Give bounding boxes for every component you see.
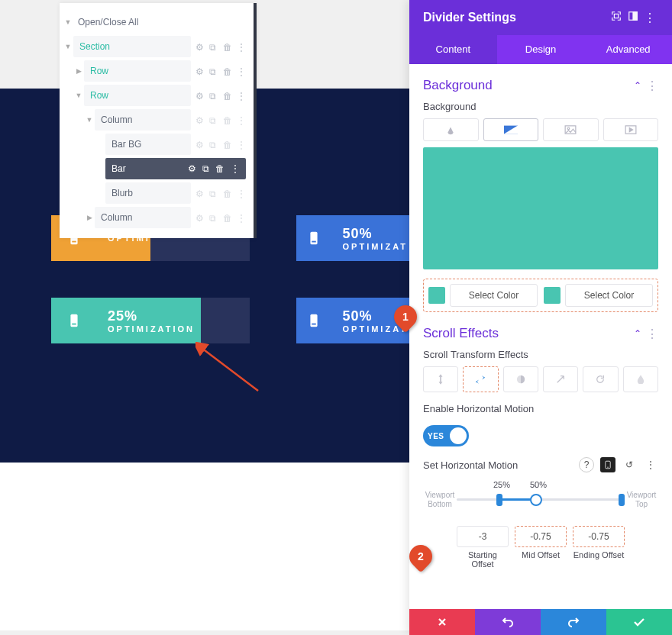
offset-mid-input[interactable] [515, 526, 567, 547]
tab-design[interactable]: Design [497, 35, 585, 64]
gear-icon[interactable]: ⚙ [195, 189, 205, 198]
duplicate-icon[interactable]: ⧉ [209, 213, 218, 222]
more-icon[interactable]: ⋮ [643, 457, 658, 472]
more-icon[interactable]: ⋮ [231, 163, 240, 174]
chevron-up-icon[interactable]: ⌃ [629, 328, 646, 339]
disclosure-down-icon[interactable]: ▼ [63, 43, 73, 50]
cancel-button[interactable] [409, 609, 475, 635]
more-icon[interactable]: ⋮ [641, 11, 658, 25]
more-icon[interactable]: ⋮ [237, 115, 246, 124]
color-swatch[interactable] [428, 287, 445, 304]
background-label: Background [423, 101, 658, 112]
effect-fade-icon[interactable] [503, 366, 538, 392]
disclosure-right-icon[interactable]: ▶ [73, 67, 84, 75]
gear-icon[interactable]: ⚙ [195, 140, 205, 149]
section-background-header[interactable]: Background ⌃ ⋮ [423, 78, 658, 93]
select-color-button[interactable]: Select Color [565, 284, 653, 307]
layers-toggle-all[interactable]: ▼ Open/Close All [63, 11, 246, 34]
trash-icon[interactable]: 🗑 [223, 42, 232, 51]
more-icon[interactable]: ⋮ [237, 140, 246, 149]
offset-start-input[interactable] [457, 526, 509, 547]
reset-icon[interactable]: ↺ [622, 457, 637, 472]
preview-bar-card-2: 25% OPTIMIZATION [51, 298, 250, 343]
layer-item-bar-selected[interactable]: ▶ Bar ⚙ ⧉ 🗑 ⋮ [63, 157, 246, 180]
trash-icon[interactable]: 🗑 [223, 140, 232, 149]
effect-scale-icon[interactable] [543, 366, 578, 392]
color-swatch[interactable] [544, 287, 561, 304]
svg-rect-9 [614, 14, 618, 18]
settings-panel: Divider Settings ⋮ Content Design Advanc… [409, 0, 672, 635]
more-icon[interactable]: ⋮ [237, 91, 246, 100]
bg-tab-image-icon[interactable] [543, 118, 599, 141]
duplicate-icon[interactable]: ⧉ [209, 42, 218, 51]
select-color-button[interactable]: Select Color [450, 284, 538, 307]
more-icon[interactable]: ⋮ [237, 42, 246, 51]
more-icon[interactable]: ⋮ [646, 327, 658, 341]
gear-icon[interactable]: ⚙ [195, 115, 205, 124]
phone-icon[interactable] [600, 457, 615, 472]
svg-rect-6 [311, 314, 318, 327]
trash-icon[interactable]: 🗑 [223, 66, 232, 76]
optimization-icon [296, 298, 332, 343]
duplicate-icon[interactable]: ⧉ [209, 66, 218, 76]
duplicate-icon[interactable]: ⧉ [209, 115, 218, 124]
duplicate-icon[interactable]: ⧉ [209, 189, 218, 198]
undo-button[interactable] [475, 609, 541, 635]
slider-handle-mid[interactable] [530, 494, 542, 506]
gear-icon[interactable]: ⚙ [195, 42, 205, 51]
trash-icon[interactable]: 🗑 [223, 213, 232, 222]
gear-icon[interactable]: ⚙ [195, 66, 205, 76]
bg-tab-color-icon[interactable] [423, 118, 479, 141]
duplicate-icon[interactable]: ⧉ [209, 140, 218, 149]
disclosure-right-icon[interactable]: ▶ [84, 214, 95, 221]
effect-vertical-icon[interactable] [423, 366, 458, 392]
trash-icon[interactable]: 🗑 [223, 189, 232, 198]
layer-item-blurb[interactable]: ▶ Blurb ⚙ ⧉ 🗑 ⋮ [63, 182, 246, 205]
horizontal-motion-toggle[interactable]: YES [423, 425, 469, 446]
more-icon[interactable]: ⋮ [646, 79, 658, 93]
duplicate-icon[interactable]: ⧉ [209, 91, 218, 100]
offset-end-input[interactable] [573, 526, 625, 547]
disclosure-down-icon[interactable]: ▼ [63, 18, 73, 26]
effect-horizontal-icon[interactable] [463, 366, 498, 392]
help-icon[interactable]: ? [579, 457, 594, 472]
trash-icon[interactable]: 🗑 [223, 91, 232, 100]
confirm-button[interactable] [606, 609, 672, 635]
tab-content[interactable]: Content [409, 35, 497, 64]
effect-rotate-icon[interactable] [583, 366, 618, 392]
bg-tab-video-icon[interactable] [603, 118, 659, 141]
tab-advanced[interactable]: Advanced [584, 35, 672, 64]
gear-icon[interactable]: ⚙ [195, 213, 205, 222]
section-scroll-header[interactable]: Scroll Effects ⌃ ⋮ [423, 326, 658, 341]
offset-start: Starting Offset [457, 526, 509, 569]
layer-item-section[interactable]: ▼ Section ⚙ ⧉ 🗑 ⋮ [63, 35, 246, 58]
bg-tab-gradient-icon[interactable] [483, 118, 539, 141]
gear-icon[interactable]: ⚙ [188, 163, 196, 174]
trash-icon[interactable]: 🗑 [215, 163, 225, 174]
chevron-up-icon[interactable]: ⌃ [629, 80, 646, 91]
snap-icon[interactable] [625, 11, 641, 24]
layer-item-column[interactable]: ▶ Column ⚙ ⧉ 🗑 ⋮ [63, 206, 246, 229]
more-icon[interactable]: ⋮ [237, 213, 246, 222]
disclosure-down-icon[interactable]: ▼ [73, 92, 84, 99]
redo-button[interactable] [541, 609, 606, 635]
layer-item-row[interactable]: ▶ Row ⚙ ⧉ 🗑 ⋮ [63, 60, 246, 82]
preview-bar-text: 25% OPTIMIZATION [97, 298, 201, 343]
disclosure-down-icon[interactable]: ▼ [84, 116, 95, 124]
panel-body[interactable]: Background ⌃ ⋮ Background Select Color S… [409, 64, 672, 609]
slider-handle-end[interactable] [619, 494, 625, 506]
panel-header: Divider Settings ⋮ [409, 0, 672, 35]
expand-icon[interactable] [608, 11, 625, 24]
layer-item-row[interactable]: ▼ Row ⚙ ⧉ 🗑 ⋮ [63, 84, 246, 107]
effect-blur-icon[interactable] [623, 366, 658, 392]
svg-rect-7 [312, 324, 317, 325]
duplicate-icon[interactable]: ⧉ [202, 163, 209, 174]
layer-item-barbg[interactable]: ▶ Bar BG ⚙ ⧉ 🗑 ⋮ [63, 133, 246, 156]
more-icon[interactable]: ⋮ [237, 66, 246, 76]
layer-item-column[interactable]: ▼ Column ⚙ ⧉ 🗑 ⋮ [63, 108, 246, 131]
layer-label: Column [101, 212, 132, 223]
more-icon[interactable]: ⋮ [237, 189, 246, 198]
gear-icon[interactable]: ⚙ [195, 91, 205, 100]
trash-icon[interactable]: 🗑 [223, 115, 232, 124]
slider-handle-start[interactable] [496, 494, 502, 506]
